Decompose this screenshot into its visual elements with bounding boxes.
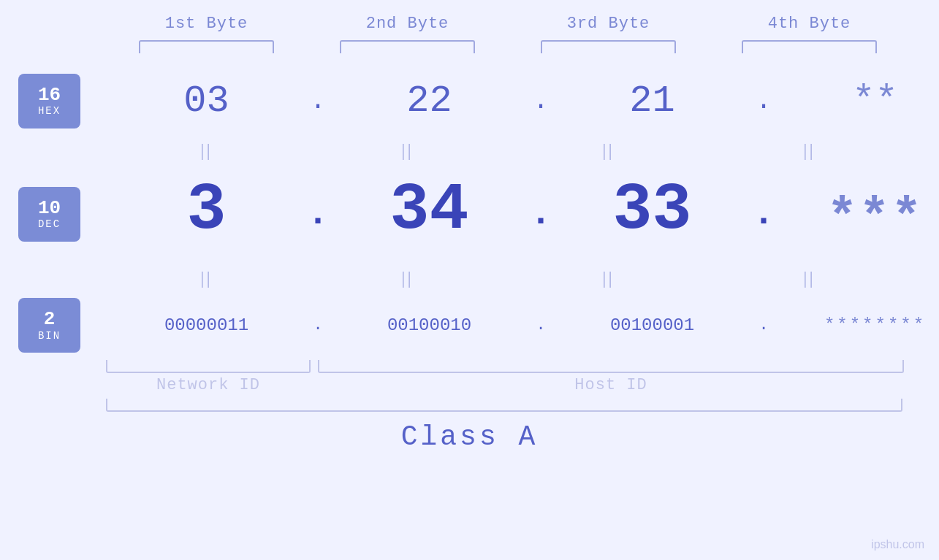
eq2-cell4: || — [709, 267, 910, 289]
hex-byte2-cell: 22 — [329, 80, 530, 123]
bottom-brackets-container — [106, 360, 939, 373]
dec-byte3: 33 — [552, 173, 753, 248]
top-bracket-row — [106, 40, 939, 53]
network-id-label: Network ID — [156, 376, 260, 394]
bin-byte1: 00000011 — [106, 315, 307, 335]
dec-row: 10 DEC 3 . 34 . 33 . *** — [0, 166, 939, 261]
eq1-cell3: || — [508, 139, 709, 161]
dec-byte2-cell: 34 — [329, 173, 530, 248]
id-labels-row: Network ID Host ID — [106, 376, 939, 394]
eq1-sign2: || — [401, 139, 413, 161]
class-label: Class A — [401, 421, 539, 453]
bin-values: 00000011 . 00100010 . 00100001 . *******… — [106, 315, 939, 335]
dec-badge-label: DEC — [38, 218, 61, 230]
hex-byte3: 21 — [552, 80, 753, 123]
equals-row-2: || || || || — [106, 261, 939, 294]
top-bracket-4 — [742, 40, 877, 53]
dec-dot1: . — [307, 193, 329, 234]
eq1-sign1: || — [200, 139, 212, 161]
equals-row-1: || || || || — [106, 134, 939, 166]
dec-byte3-cell: 33 — [552, 173, 753, 248]
eq2-sign4: || — [803, 267, 815, 289]
eq1-sign4: || — [803, 139, 815, 161]
hex-byte1-cell: 03 — [106, 80, 307, 123]
watermark: ipshu.com — [871, 538, 924, 551]
host-id-label-cell: Host ID — [318, 376, 904, 394]
eq1-cell2: || — [307, 139, 508, 161]
dec-byte1: 3 — [106, 173, 307, 248]
bin-dot2: . — [530, 316, 552, 334]
bin-byte1-cell: 00000011 — [106, 315, 307, 335]
hex-badge-area: 16 HEX — [0, 74, 106, 129]
bracket-cell-4 — [709, 40, 910, 53]
bin-byte3: 00100001 — [552, 315, 753, 335]
bin-badge: 2 BIN — [18, 298, 80, 353]
class-row: Class A — [0, 421, 939, 453]
hex-row: 16 HEX 03 . 22 . 21 . ** — [0, 68, 939, 134]
dec-badge: 10 DEC — [18, 187, 80, 242]
bin-byte2: 00100010 — [329, 315, 530, 335]
hex-dot1: . — [307, 86, 329, 116]
hex-badge-label: HEX — [38, 105, 61, 117]
bin-row: 2 BIN 00000011 . 00100010 . 00100001 . *… — [0, 294, 939, 356]
hex-badge-num: 16 — [38, 85, 61, 106]
bin-badge-label: BIN — [38, 330, 61, 342]
eq2-cell2: || — [307, 267, 508, 289]
eq2-sign2: || — [401, 267, 413, 289]
dec-byte4-cell: *** — [775, 190, 939, 248]
hex-badge: 16 HEX — [18, 74, 80, 129]
dec-byte2: 34 — [329, 173, 530, 248]
network-id-label-cell: Network ID — [106, 376, 311, 394]
hex-byte1: 03 — [106, 80, 307, 123]
bin-byte3-cell: 00100001 — [552, 315, 753, 335]
byte1-header: 1st Byte — [106, 15, 307, 33]
hex-byte2: 22 — [329, 80, 530, 123]
host-id-label: Host ID — [574, 376, 647, 394]
byte4-header: 4th Byte — [709, 15, 910, 33]
bin-badge-area: 2 BIN — [0, 298, 106, 353]
bracket-cell-3 — [508, 40, 709, 53]
dec-badge-area: 10 DEC — [0, 187, 106, 242]
bin-byte4: ******** — [775, 315, 939, 335]
dec-dot3: . — [753, 193, 775, 234]
eq1-sign3: || — [602, 139, 614, 161]
eq2-sign3: || — [602, 267, 614, 289]
dec-badge-num: 10 — [38, 198, 61, 219]
dec-values: 3 . 34 . 33 . *** — [106, 173, 939, 255]
host-id-bracket — [318, 360, 904, 373]
class-bracket — [106, 399, 902, 412]
hex-byte4: ** — [775, 80, 939, 123]
hex-dot2: . — [530, 86, 552, 116]
bin-byte4-cell: ******** — [775, 315, 939, 335]
hex-byte3-cell: 21 — [552, 80, 753, 123]
bin-dot1: . — [307, 316, 329, 334]
dec-byte1-cell: 3 — [106, 173, 307, 248]
bin-byte2-cell: 00100010 — [329, 315, 530, 335]
dec-byte4: *** — [775, 190, 939, 248]
network-id-bracket — [106, 360, 311, 373]
eq1-cell1: || — [106, 139, 307, 161]
bracket-cell-1 — [106, 40, 307, 53]
eq2-cell3: || — [508, 267, 709, 289]
byte2-header: 2nd Byte — [307, 15, 508, 33]
bin-dot3: . — [753, 316, 775, 334]
hex-dot3: . — [753, 86, 775, 116]
hex-values: 03 . 22 . 21 . ** — [106, 80, 939, 123]
top-bracket-3 — [541, 40, 676, 53]
eq2-sign1: || — [200, 267, 212, 289]
top-bracket-2 — [340, 40, 475, 53]
eq1-cell4: || — [709, 139, 910, 161]
dec-dot2: . — [530, 193, 552, 234]
main-container: 1st Byte 2nd Byte 3rd Byte 4th Byte 16 H… — [0, 0, 939, 560]
byte3-header: 3rd Byte — [508, 15, 709, 33]
top-bracket-1 — [139, 40, 274, 53]
bin-badge-num: 2 — [44, 309, 56, 330]
bracket-cell-2 — [307, 40, 508, 53]
hex-byte4-cell: ** — [775, 80, 939, 123]
eq2-cell1: || — [106, 267, 307, 289]
byte-headers: 1st Byte 2nd Byte 3rd Byte 4th Byte — [106, 15, 939, 33]
